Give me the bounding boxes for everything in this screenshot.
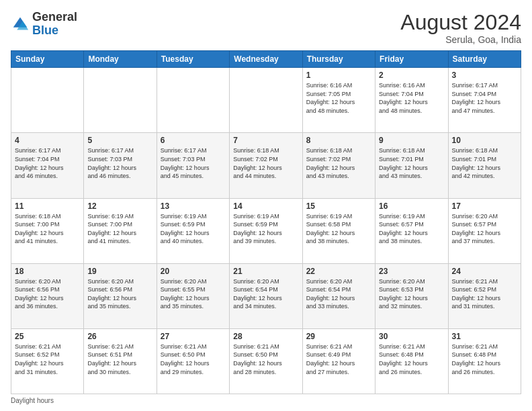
page: General Blue August 2024 Serula, Goa, In… (0, 0, 532, 411)
day-number: 16 (379, 201, 444, 211)
day-info: Sunrise: 6:20 AM Sunset: 6:56 PM Dayligh… (87, 277, 152, 311)
day-number: 21 (233, 267, 298, 276)
day-info: Sunrise: 6:21 AM Sunset: 6:52 PM Dayligh… (452, 277, 517, 311)
calendar-week-row: 1Sunrise: 6:16 AM Sunset: 7:05 PM Daylig… (11, 68, 521, 133)
calendar-header-wednesday: Wednesday (230, 51, 302, 68)
day-info: Sunrise: 6:18 AM Sunset: 7:02 PM Dayligh… (306, 146, 371, 180)
logo-icon (11, 15, 30, 34)
calendar-header-sunday: Sunday (11, 51, 84, 68)
day-number: 8 (306, 136, 371, 145)
calendar-cell: 9Sunrise: 6:18 AM Sunset: 7:01 PM Daylig… (375, 133, 448, 198)
day-info: Sunrise: 6:18 AM Sunset: 7:01 PM Dayligh… (452, 146, 517, 180)
day-info: Sunrise: 6:17 AM Sunset: 7:03 PM Dayligh… (87, 146, 152, 180)
calendar-cell: 8Sunrise: 6:18 AM Sunset: 7:02 PM Daylig… (302, 133, 375, 198)
header: General Blue August 2024 Serula, Goa, In… (11, 11, 521, 45)
day-number: 17 (452, 201, 517, 211)
day-number: 3 (452, 71, 517, 80)
calendar-cell: 26Sunrise: 6:21 AM Sunset: 6:51 PM Dayli… (84, 328, 157, 394)
calendar-table: SundayMondayTuesdayWednesdayThursdayFrid… (11, 50, 521, 394)
calendar-cell: 22Sunrise: 6:20 AM Sunset: 6:54 PM Dayli… (302, 263, 375, 328)
day-info: Sunrise: 6:21 AM Sunset: 6:50 PM Dayligh… (161, 342, 226, 376)
day-number: 28 (233, 332, 298, 341)
day-info: Sunrise: 6:16 AM Sunset: 7:05 PM Dayligh… (306, 81, 371, 115)
calendar-week-row: 18Sunrise: 6:20 AM Sunset: 6:56 PM Dayli… (11, 263, 521, 328)
day-number: 4 (15, 136, 80, 145)
day-number: 22 (306, 267, 371, 276)
day-number: 31 (452, 332, 517, 341)
calendar-cell: 18Sunrise: 6:20 AM Sunset: 6:56 PM Dayli… (11, 263, 84, 328)
day-number: 15 (306, 201, 371, 211)
day-info: Sunrise: 6:20 AM Sunset: 6:57 PM Dayligh… (452, 212, 517, 246)
day-number: 9 (379, 136, 444, 145)
day-number: 1 (306, 71, 371, 80)
calendar-cell: 27Sunrise: 6:21 AM Sunset: 6:50 PM Dayli… (157, 328, 229, 394)
calendar-header-friday: Friday (375, 51, 448, 68)
calendar-cell: 4Sunrise: 6:17 AM Sunset: 7:04 PM Daylig… (11, 133, 84, 198)
day-number: 24 (452, 267, 517, 276)
calendar-cell: 14Sunrise: 6:19 AM Sunset: 6:59 PM Dayli… (230, 198, 302, 263)
calendar-cell (230, 68, 302, 133)
day-info: Sunrise: 6:16 AM Sunset: 7:04 PM Dayligh… (379, 81, 444, 115)
calendar-week-row: 4Sunrise: 6:17 AM Sunset: 7:04 PM Daylig… (11, 133, 521, 198)
calendar-cell (157, 68, 229, 133)
calendar-cell: 11Sunrise: 6:18 AM Sunset: 7:00 PM Dayli… (11, 198, 84, 263)
day-info: Sunrise: 6:20 AM Sunset: 6:55 PM Dayligh… (161, 277, 226, 311)
day-info: Sunrise: 6:18 AM Sunset: 7:00 PM Dayligh… (15, 212, 80, 246)
calendar-cell: 6Sunrise: 6:17 AM Sunset: 7:03 PM Daylig… (157, 133, 229, 198)
day-info: Sunrise: 6:21 AM Sunset: 6:51 PM Dayligh… (87, 342, 152, 376)
calendar-cell: 28Sunrise: 6:21 AM Sunset: 6:50 PM Dayli… (230, 328, 302, 394)
day-info: Sunrise: 6:21 AM Sunset: 6:52 PM Dayligh… (15, 342, 80, 376)
calendar-cell: 5Sunrise: 6:17 AM Sunset: 7:03 PM Daylig… (84, 133, 157, 198)
calendar-header-row: SundayMondayTuesdayWednesdayThursdayFrid… (11, 51, 521, 68)
calendar-header-thursday: Thursday (302, 51, 375, 68)
calendar-cell: 1Sunrise: 6:16 AM Sunset: 7:05 PM Daylig… (302, 68, 375, 133)
day-number: 5 (87, 136, 152, 145)
day-info: Sunrise: 6:20 AM Sunset: 6:54 PM Dayligh… (233, 277, 298, 311)
header-right: August 2024 Serula, Goa, India (400, 11, 521, 45)
day-number: 30 (379, 332, 444, 341)
calendar-cell: 31Sunrise: 6:21 AM Sunset: 6:48 PM Dayli… (448, 328, 521, 394)
day-number: 6 (161, 136, 226, 145)
calendar-header-monday: Monday (84, 51, 157, 68)
footer-text: Daylight hours (11, 397, 54, 404)
location: Serula, Goa, India (400, 34, 521, 45)
day-number: 19 (87, 267, 152, 276)
day-number: 12 (87, 201, 152, 211)
day-number: 20 (161, 267, 226, 276)
day-info: Sunrise: 6:19 AM Sunset: 7:00 PM Dayligh… (87, 212, 152, 246)
calendar-cell: 15Sunrise: 6:19 AM Sunset: 6:58 PM Dayli… (302, 198, 375, 263)
calendar-cell: 17Sunrise: 6:20 AM Sunset: 6:57 PM Dayli… (448, 198, 521, 263)
day-number: 14 (233, 201, 298, 211)
day-number: 25 (15, 332, 80, 341)
footer: Daylight hours (11, 397, 521, 404)
calendar-cell: 19Sunrise: 6:20 AM Sunset: 6:56 PM Dayli… (84, 263, 157, 328)
calendar-cell: 16Sunrise: 6:19 AM Sunset: 6:57 PM Dayli… (375, 198, 448, 263)
calendar-cell: 24Sunrise: 6:21 AM Sunset: 6:52 PM Dayli… (448, 263, 521, 328)
day-number: 26 (87, 332, 152, 341)
calendar-cell: 23Sunrise: 6:20 AM Sunset: 6:53 PM Dayli… (375, 263, 448, 328)
day-info: Sunrise: 6:21 AM Sunset: 6:48 PM Dayligh… (452, 342, 517, 376)
day-info: Sunrise: 6:18 AM Sunset: 7:01 PM Dayligh… (379, 146, 444, 180)
day-info: Sunrise: 6:19 AM Sunset: 6:59 PM Dayligh… (233, 212, 298, 246)
day-info: Sunrise: 6:21 AM Sunset: 6:50 PM Dayligh… (233, 342, 298, 376)
day-info: Sunrise: 6:17 AM Sunset: 7:04 PM Dayligh… (452, 81, 517, 115)
calendar-cell: 25Sunrise: 6:21 AM Sunset: 6:52 PM Dayli… (11, 328, 84, 394)
day-info: Sunrise: 6:17 AM Sunset: 7:04 PM Dayligh… (15, 146, 80, 180)
day-info: Sunrise: 6:19 AM Sunset: 6:59 PM Dayligh… (161, 212, 226, 246)
day-info: Sunrise: 6:21 AM Sunset: 6:48 PM Dayligh… (379, 342, 444, 376)
day-number: 13 (161, 201, 226, 211)
calendar-week-row: 25Sunrise: 6:21 AM Sunset: 6:52 PM Dayli… (11, 328, 521, 394)
day-info: Sunrise: 6:20 AM Sunset: 6:54 PM Dayligh… (306, 277, 371, 311)
day-number: 23 (379, 267, 444, 276)
calendar-cell: 30Sunrise: 6:21 AM Sunset: 6:48 PM Dayli… (375, 328, 448, 394)
calendar-cell (84, 68, 157, 133)
day-info: Sunrise: 6:18 AM Sunset: 7:02 PM Dayligh… (233, 146, 298, 180)
calendar-cell: 7Sunrise: 6:18 AM Sunset: 7:02 PM Daylig… (230, 133, 302, 198)
day-number: 2 (379, 71, 444, 80)
calendar-header-tuesday: Tuesday (157, 51, 229, 68)
logo-blue-text: Blue (32, 24, 58, 37)
day-info: Sunrise: 6:21 AM Sunset: 6:49 PM Dayligh… (306, 342, 371, 376)
calendar-cell: 10Sunrise: 6:18 AM Sunset: 7:01 PM Dayli… (448, 133, 521, 198)
day-number: 11 (15, 201, 80, 211)
day-info: Sunrise: 6:20 AM Sunset: 6:56 PM Dayligh… (15, 277, 80, 311)
